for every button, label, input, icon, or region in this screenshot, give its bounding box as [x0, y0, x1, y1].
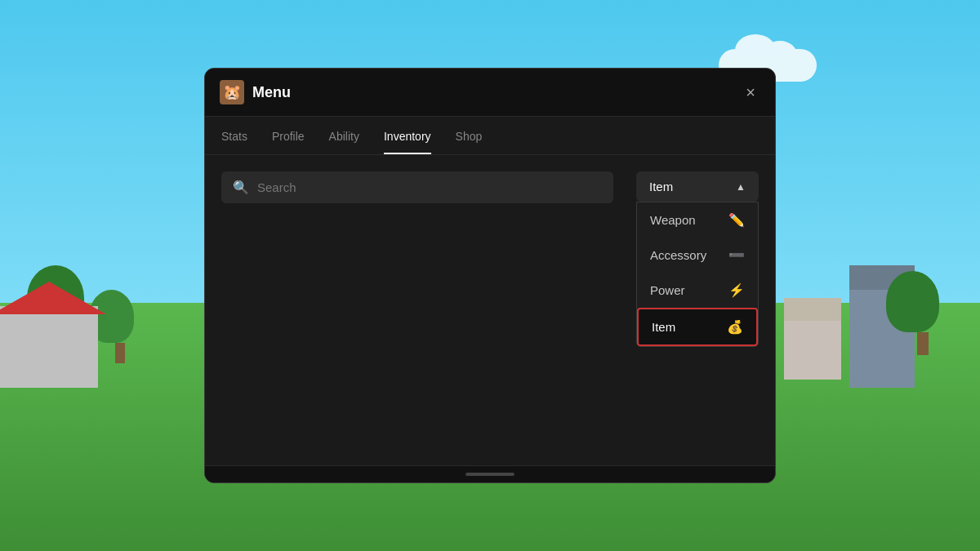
item-icon: 💰 — [727, 319, 743, 335]
search-bar: 🔍 — [221, 171, 613, 203]
scroll-indicator — [466, 473, 514, 476]
tab-shop[interactable]: Shop — [456, 130, 483, 154]
dropdown-item-weapon[interactable]: Weapon ✏️ — [637, 202, 758, 238]
tabs-bar: Stats Profile Ability Inventory Shop — [205, 117, 775, 155]
dropdown-arrow-icon: ▲ — [736, 181, 746, 193]
dropdown-item-label: Accessory — [650, 248, 706, 262]
modal-header-left: 🐹 Menu — [220, 80, 291, 104]
dropdown-menu: Weapon ✏️ Accessory ➖ Power ⚡ Item 💰 — [636, 202, 759, 347]
weapon-icon: ✏️ — [728, 212, 745, 228]
search-input[interactable] — [257, 180, 602, 194]
accessory-icon: ➖ — [728, 247, 745, 263]
modal-overlay: 🐹 Menu × Stats Profile Ability Inventory… — [0, 0, 980, 551]
dropdown-trigger-label: Item — [649, 180, 673, 193]
power-icon: ⚡ — [728, 282, 745, 298]
dropdown-item-label: Weapon — [650, 213, 696, 227]
search-icon: 🔍 — [233, 180, 249, 195]
avatar-icon: 🐹 — [220, 80, 244, 104]
dropdown-item-item[interactable]: Item 💰 — [637, 308, 758, 346]
tab-ability[interactable]: Ability — [329, 130, 359, 154]
filter-dropdown: Item ▲ Weapon ✏️ Accessory ➖ Power — [636, 171, 759, 202]
dropdown-item-label: Item — [652, 320, 675, 334]
tab-stats[interactable]: Stats — [221, 130, 247, 154]
modal-footer — [205, 465, 775, 482]
dropdown-item-power[interactable]: Power ⚡ — [637, 273, 758, 308]
modal-header: 🐹 Menu × — [205, 69, 775, 117]
menu-modal: 🐹 Menu × Stats Profile Ability Inventory… — [204, 68, 776, 483]
dropdown-trigger[interactable]: Item ▲ — [636, 171, 759, 202]
close-button[interactable]: × — [741, 82, 760, 102]
dropdown-item-label: Power — [650, 283, 685, 297]
tab-profile[interactable]: Profile — [272, 130, 305, 154]
modal-body: 🔍 Item ▲ Weapon ✏️ Accessory — [205, 155, 775, 465]
modal-title: Menu — [252, 84, 291, 101]
tab-inventory[interactable]: Inventory — [384, 130, 431, 154]
avatar-emoji: 🐹 — [223, 83, 241, 101]
dropdown-item-accessory[interactable]: Accessory ➖ — [637, 238, 758, 273]
